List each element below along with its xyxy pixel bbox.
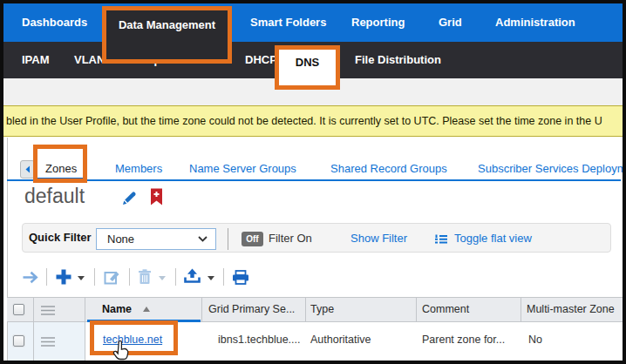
quick-filter-value: None xyxy=(107,233,198,246)
column-divider xyxy=(305,297,306,322)
tab-members[interactable]: Members xyxy=(115,162,162,175)
nav-smart-folders[interactable]: Smart Folders xyxy=(250,3,326,42)
import-export-dropdown-caret[interactable] xyxy=(208,276,214,280)
hand-cursor-icon xyxy=(112,340,130,364)
column-divider xyxy=(521,297,521,322)
bookmark-add-icon xyxy=(150,188,163,206)
nav-data-management-highlight[interactable]: Data Management xyxy=(102,6,232,64)
timezone-warning-text: bled in the User Profile, but the time z… xyxy=(6,106,623,136)
column-header-type[interactable]: Type xyxy=(310,303,334,315)
filter-toggle[interactable]: Off xyxy=(242,232,263,246)
toolbar-separator xyxy=(129,268,130,286)
cell-comment: Parent zone for... xyxy=(422,334,505,346)
upload-icon xyxy=(184,268,201,284)
arrow-right-icon xyxy=(22,271,42,284)
chevron-down-icon xyxy=(198,236,208,242)
header-menu-icon[interactable] xyxy=(40,304,56,320)
cell-multi-master: No xyxy=(528,334,542,346)
edit-button[interactable] xyxy=(104,269,120,288)
add-button[interactable] xyxy=(55,268,72,289)
delete-button[interactable] xyxy=(138,269,152,288)
toolbar-separator xyxy=(175,268,176,286)
column-divider xyxy=(33,297,34,361)
row-checkbox[interactable] xyxy=(13,335,24,347)
printer-icon xyxy=(232,270,249,285)
tab-zones[interactable]: Zones xyxy=(45,162,77,175)
go-button[interactable] xyxy=(22,271,42,287)
toolbar-separator xyxy=(94,268,95,286)
tab-shared-record-groups[interactable]: Shared Record Groups xyxy=(330,162,447,175)
subnav-dns-highlight[interactable]: DNS xyxy=(275,45,340,90)
column-header-name[interactable]: Name xyxy=(102,303,132,315)
column-divider xyxy=(85,297,85,361)
trash-icon xyxy=(138,269,152,285)
filter-toggle-state: Off xyxy=(246,234,258,244)
column-header-grid-primary[interactable]: Grid Primary Se... xyxy=(208,303,295,315)
filter-on-label: Filter On xyxy=(269,232,312,245)
subnav-file-distribution[interactable]: File Distribution xyxy=(355,42,441,78)
toolbar-separator xyxy=(223,268,224,286)
column-header-multi-master[interactable]: Multi-master Zone xyxy=(527,303,615,315)
quick-filter-label: Quick Filter xyxy=(29,231,92,244)
import-export-button[interactable] xyxy=(184,268,201,287)
show-filter-link[interactable]: Show Filter xyxy=(350,232,407,245)
nav-grid[interactable]: Grid xyxy=(439,3,462,42)
delete-dropdown-caret[interactable] xyxy=(159,276,166,280)
sort-ascending-icon xyxy=(143,307,150,312)
filter-divider xyxy=(228,228,228,250)
quick-filter-dropdown[interactable]: None xyxy=(96,228,216,250)
sorted-column-underline xyxy=(87,320,201,322)
pencil-icon xyxy=(120,189,139,207)
tab-subscriber-services[interactable]: Subscriber Services Deploym xyxy=(478,162,626,175)
subnav-ipam[interactable]: IPAM xyxy=(22,42,50,78)
select-all-checkbox[interactable] xyxy=(13,304,24,315)
page-title: default xyxy=(24,185,85,208)
bookmark-button[interactable] xyxy=(150,188,163,210)
print-button[interactable] xyxy=(232,270,249,288)
nav-data-management-label: Data Management xyxy=(119,18,215,31)
cell-grid-primary: ibns1.techblue.... xyxy=(218,334,301,346)
nav-reporting[interactable]: Reporting xyxy=(351,3,405,42)
toggle-flat-view-link[interactable]: Toggle flat view xyxy=(454,232,532,245)
flat-view-list-icon[interactable] xyxy=(434,233,448,248)
toolbar-separator xyxy=(46,268,47,286)
column-divider xyxy=(416,297,417,322)
subnav-dhcp[interactable]: DHCP xyxy=(245,42,277,78)
tab-strip-underline xyxy=(7,179,621,181)
column-header-comment[interactable]: Comment xyxy=(422,303,469,315)
active-tab-indicator xyxy=(37,178,86,182)
main-nav: Dashboards Smart Folders Reporting Grid … xyxy=(3,3,623,42)
app-window: Dashboards Smart Folders Reporting Grid … xyxy=(0,0,626,364)
tab-name-server-groups[interactable]: Name Server Groups xyxy=(189,162,296,175)
plus-icon xyxy=(55,268,72,286)
nav-dashboards[interactable]: Dashboards xyxy=(22,3,87,42)
cell-type: Authoritative xyxy=(310,334,371,346)
column-divider xyxy=(201,297,202,322)
nav-administration[interactable]: Administration xyxy=(495,3,575,42)
row-menu-icon[interactable] xyxy=(40,335,56,351)
chevron-left-icon xyxy=(24,165,31,173)
subnav-dns-label: DNS xyxy=(296,56,319,69)
edit-view-button[interactable] xyxy=(120,189,139,211)
edit-square-icon xyxy=(104,269,120,285)
add-dropdown-caret[interactable] xyxy=(78,276,85,280)
tab-scroll-left-button[interactable] xyxy=(20,160,35,179)
timezone-warning-banner: bled in the User Profile, but the time z… xyxy=(3,105,623,137)
